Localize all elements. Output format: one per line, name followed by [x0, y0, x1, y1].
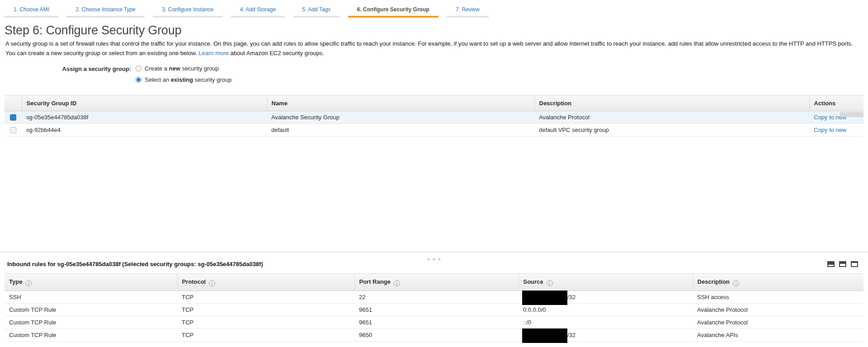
security-group-id: sg-05e35e44785da038f: [22, 111, 267, 123]
inbound-rule-row: Custom TCP Rule TCP 9651 ::/0 Avalanche …: [5, 316, 863, 329]
assign-security-group-section: Assign a security group: Create a new se…: [0, 65, 868, 88]
option-select-existing-security-group[interactable]: Select an existing security group: [136, 76, 231, 83]
view-size-toggle: [827, 261, 858, 267]
option-label: Select an existing security group: [145, 76, 231, 83]
security-group-id: sg-92bb44e4: [22, 123, 267, 136]
rule-type: SSH: [5, 291, 177, 304]
inbound-rule-row: SSH TCP 22 /32 SSH access: [5, 291, 863, 304]
description-text-after: about Amazon EC2 security groups.: [229, 50, 324, 56]
rule-protocol: TCP: [177, 316, 354, 329]
view-comfortable-icon[interactable]: [851, 261, 858, 267]
description-text: A security group is a set of firewall ru…: [5, 40, 853, 56]
header-name: Name: [267, 95, 534, 111]
info-icon[interactable]: i: [209, 280, 215, 286]
tab-add-storage[interactable]: 4. Add Storage: [231, 4, 285, 18]
header-source: Sourcei: [519, 273, 693, 291]
header-port-range: Port Rangei: [354, 273, 519, 291]
security-group-row[interactable]: sg-92bb44e4 default default VPC security…: [5, 123, 863, 136]
security-group-name: Avalanche Security Group: [267, 111, 534, 123]
tab-review[interactable]: 7. Review: [447, 4, 489, 18]
security-group-description: Avalanche Protocol: [534, 111, 809, 123]
rule-source: /32: [519, 291, 693, 304]
inbound-rule-row: Custom TCP Rule TCP 9651 0.0.0.0/0 Avala…: [5, 304, 863, 316]
inbound-rule-row: Custom TCP Rule TCP 9650 /32 Avalanche A…: [5, 329, 863, 342]
rule-description: Avalanche APIs: [693, 329, 863, 342]
panel-resize-handle[interactable]: [0, 252, 868, 258]
info-icon[interactable]: i: [733, 280, 739, 286]
learn-more-link[interactable]: Learn more: [198, 50, 228, 56]
security-groups-table: Security Group ID Name Description Actio…: [5, 95, 863, 136]
header-security-group-id: Security Group ID: [22, 95, 267, 111]
info-icon[interactable]: i: [25, 280, 32, 286]
header-protocol: Protocoli: [177, 273, 354, 291]
security-group-row[interactable]: sg-05e35e44785da038f Avalanche Security …: [5, 111, 863, 123]
inbound-rules-table: Typei Protocoli Port Rangei Sourcei Desc…: [5, 273, 863, 342]
rule-source: /32: [519, 329, 693, 342]
info-icon[interactable]: i: [547, 280, 553, 286]
inbound-rules-title: Inbound rules for sg-05e35e44785da038f (…: [7, 261, 263, 267]
checkbox-unchecked[interactable]: [10, 127, 16, 133]
header-description: Descriptioni: [693, 273, 863, 291]
header-description: Description: [534, 95, 809, 111]
checkbox-checked[interactable]: [10, 114, 16, 121]
rule-type: Custom TCP Rule: [5, 304, 177, 316]
security-group-name: default: [267, 123, 534, 136]
header-type: Typei: [5, 273, 177, 291]
wizard-tabbar: 1. Choose AMI 2. Choose Instance Type 3.…: [0, 0, 868, 18]
option-create-new-security-group[interactable]: Create a new security group: [136, 65, 231, 72]
rule-description: Avalanche Protocol: [693, 304, 863, 316]
security-groups-table-section: Security Group ID Name Description Actio…: [5, 95, 863, 252]
radio-select-existing[interactable]: [136, 77, 142, 83]
info-icon[interactable]: i: [394, 280, 400, 286]
rule-protocol: TCP: [177, 329, 354, 342]
scrollbar[interactable]: [840, 112, 863, 117]
rule-protocol: TCP: [177, 291, 354, 304]
option-label: Create a new security group: [145, 65, 219, 72]
rule-description: SSH access: [693, 291, 863, 304]
redacted-source: [522, 328, 567, 343]
rule-port-range: 9651: [354, 304, 519, 316]
rule-port-range: 9650: [354, 329, 519, 342]
view-compact-icon[interactable]: [827, 261, 835, 267]
page-description: A security group is a set of firewall ru…: [5, 39, 863, 58]
rule-protocol: TCP: [177, 304, 354, 316]
tab-choose-ami[interactable]: 1. Choose AMI: [5, 4, 58, 18]
assign-security-group-label: Assign a security group:: [0, 65, 136, 88]
rule-type: Custom TCP Rule: [5, 316, 177, 329]
header-checkbox-column: [5, 95, 22, 111]
rule-source: ::/0: [519, 316, 693, 329]
redacted-source: [522, 291, 567, 305]
rule-description: Avalanche Protocol: [693, 316, 863, 329]
rule-type: Custom TCP Rule: [5, 329, 177, 342]
tab-configure-security-group[interactable]: 6. Configure Security Group: [348, 4, 439, 18]
page-title: Step 6: Configure Security Group: [5, 23, 868, 38]
security-group-description: default VPC security group: [534, 123, 809, 136]
copy-to-new-link[interactable]: Copy to new: [814, 127, 846, 133]
tab-choose-instance-type[interactable]: 2. Choose Instance Type: [66, 4, 145, 18]
view-cozy-icon[interactable]: [839, 261, 846, 267]
tab-configure-instance[interactable]: 3. Configure Instance: [153, 4, 222, 18]
tab-add-tags[interactable]: 5. Add Tags: [293, 4, 340, 18]
rule-port-range: 9651: [354, 316, 519, 329]
rule-source: 0.0.0.0/0: [519, 304, 693, 316]
radio-create-new[interactable]: [136, 66, 142, 71]
header-actions: Actions: [809, 95, 863, 111]
drag-dots-icon: [426, 254, 442, 262]
rule-port-range: 22: [354, 291, 519, 304]
